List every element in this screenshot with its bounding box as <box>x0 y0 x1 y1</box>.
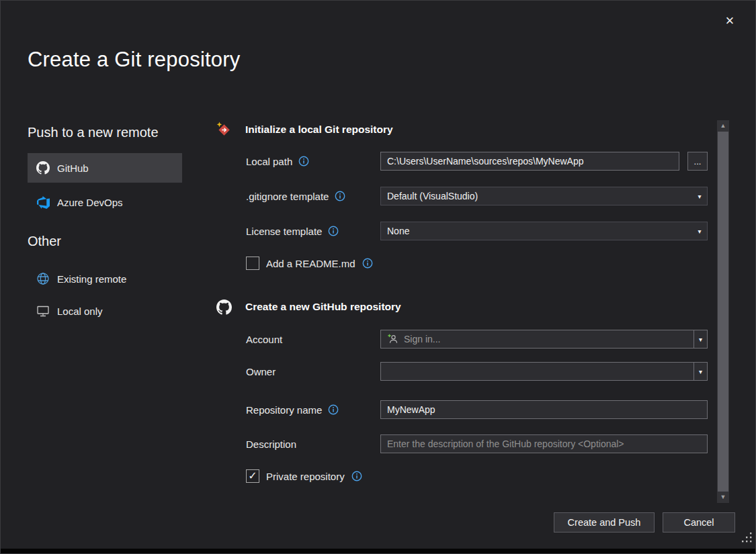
repository-name-input[interactable] <box>380 400 708 419</box>
gitignore-value: Default (VisualStudio) <box>387 191 692 201</box>
cancel-button[interactable]: Cancel <box>663 512 735 533</box>
dropdown-caret-icon: ▾ <box>692 187 707 205</box>
gitignore-dropdown[interactable]: Default (VisualStudio) ▾ <box>380 187 708 205</box>
license-label-group: License template <box>246 226 380 237</box>
repository-name-label-group: Repository name <box>246 404 380 416</box>
scroll-down-icon[interactable]: ▼ <box>717 492 729 503</box>
github-icon <box>36 161 50 175</box>
description-input[interactable] <box>380 434 708 453</box>
sidebar-item-azure-devops[interactable]: Azure DevOps <box>28 187 182 217</box>
sign-in-person-icon <box>387 334 399 344</box>
azure-devops-icon <box>36 195 50 209</box>
description-row: Description <box>246 434 708 453</box>
license-label: License template <box>246 226 322 237</box>
dropdown-caret-icon: ▾ <box>694 330 707 348</box>
push-remote-heading: Push to a new remote <box>28 125 159 140</box>
readme-checkbox[interactable] <box>246 257 259 270</box>
gitignore-row: .gitignore template Default (VisualStudi… <box>246 187 708 205</box>
resize-grip[interactable] <box>740 530 753 547</box>
sidebar-item-existing-remote[interactable]: Existing remote <box>28 264 182 293</box>
create-and-push-button[interactable]: Create and Push <box>554 512 655 533</box>
github-section-header: Create a new GitHub repository <box>216 299 401 315</box>
local-path-label-group: Local path <box>246 156 380 167</box>
init-section-header: Initialize a local Git repository <box>216 122 393 138</box>
checkmark-icon: ✓ <box>248 471 257 481</box>
browse-button[interactable]: ... <box>687 152 708 171</box>
globe-icon <box>36 272 50 285</box>
owner-dropdown[interactable]: ▾ <box>380 362 708 381</box>
repository-name-label: Repository name <box>246 404 322 416</box>
info-icon[interactable] <box>362 258 373 269</box>
sidebar-item-local-only[interactable]: Local only <box>28 296 182 326</box>
gitignore-label: .gitignore template <box>246 191 329 202</box>
account-row: Account Sign in... ▾ <box>246 330 708 349</box>
local-path-label: Local path <box>246 156 292 167</box>
account-label-group: Account <box>246 334 380 345</box>
info-icon[interactable] <box>351 471 362 481</box>
license-value: None <box>387 226 692 236</box>
scrollbar-thumb[interactable] <box>718 132 728 492</box>
bottom-edge <box>1 549 755 553</box>
close-button[interactable]: × <box>718 10 742 32</box>
other-heading: Other <box>28 234 61 249</box>
info-icon[interactable] <box>328 404 339 415</box>
dropdown-caret-icon: ▾ <box>692 222 707 240</box>
description-label: Description <box>246 438 296 450</box>
private-label: Private repository <box>266 471 345 482</box>
sidebar-item-label: Local only <box>57 306 103 317</box>
license-row: License template None ▾ <box>246 222 708 240</box>
sidebar-item-label: Azure DevOps <box>57 197 123 208</box>
gitignore-label-group: .gitignore template <box>246 191 380 202</box>
private-repo-row: ✓ Private repository <box>246 469 362 483</box>
info-icon[interactable] <box>328 226 339 236</box>
info-icon[interactable] <box>335 191 345 201</box>
repository-name-row: Repository name <box>246 400 708 419</box>
sidebar-item-github[interactable]: GitHub <box>28 153 182 183</box>
readme-row: Add a README.md <box>246 256 373 271</box>
dialog-title: Create a Git repository <box>28 48 240 72</box>
sidebar-item-label: GitHub <box>57 163 89 174</box>
local-path-row: Local path ... <box>246 152 708 171</box>
description-label-group: Description <box>246 438 380 450</box>
github-section-title: Create a new GitHub repository <box>245 301 401 313</box>
owner-row: Owner ▾ <box>246 362 708 381</box>
owner-label-group: Owner <box>246 366 380 377</box>
info-icon[interactable] <box>298 156 309 167</box>
new-repo-icon <box>216 122 232 138</box>
local-path-input[interactable] <box>380 152 679 171</box>
account-dropdown[interactable]: Sign in... ▾ <box>380 330 708 349</box>
github-icon <box>216 299 232 315</box>
private-checkbox[interactable]: ✓ <box>246 469 259 483</box>
init-section-title: Initialize a local Git repository <box>245 124 393 136</box>
dropdown-caret-icon: ▾ <box>694 363 707 380</box>
readme-label: Add a README.md <box>266 258 355 269</box>
sidebar-item-label: Existing remote <box>57 273 126 285</box>
account-value: Sign in... <box>404 334 694 344</box>
monitor-icon <box>36 304 50 318</box>
scroll-up-icon[interactable]: ▲ <box>717 120 729 132</box>
scrollbar[interactable]: ▲ ▼ <box>717 120 729 503</box>
account-label: Account <box>246 334 282 345</box>
owner-label: Owner <box>246 366 276 377</box>
create-git-repo-dialog: × Create a Git repository Push to a new … <box>0 0 756 554</box>
license-dropdown[interactable]: None ▾ <box>380 222 708 240</box>
